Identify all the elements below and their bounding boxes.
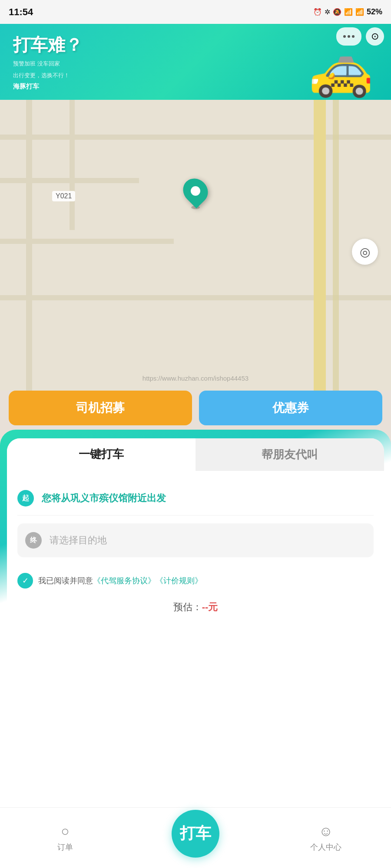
nav-profile[interactable]: ☺ 个人中心 xyxy=(261,823,391,852)
camera-button[interactable]: ⊙ xyxy=(366,27,384,46)
dest-placeholder: 请选择目的地 xyxy=(50,534,107,547)
origin-icon: 起 xyxy=(17,490,34,506)
ad-top-right-controls: ⊙ xyxy=(336,27,384,46)
pin-icon xyxy=(178,174,213,209)
road-v2 xyxy=(70,100,75,230)
taxi-illustration: 🚕 xyxy=(308,39,374,100)
ad-text-block: 打车难？ 预警加班 没车回家 出行变更，选换不行！ 海豚打车 xyxy=(13,33,83,91)
mute-icon: 🔕 xyxy=(333,8,341,16)
profile-icon: ☺ xyxy=(319,823,333,839)
form-area: 起 您将从巩义市殡仪馆附近出发 终 请选择目的地 xyxy=(7,471,384,557)
estimate-value: --元 xyxy=(202,602,218,612)
ad-subtitle2: 出行变更，选换不行！ xyxy=(13,71,83,80)
agreement-row[interactable]: ✓ 我已阅读并同意《代驾服务协议》《计价规则》 xyxy=(7,565,384,596)
ad-subtitle1: 预警加班 没车回家 xyxy=(13,59,83,69)
road-v3 xyxy=(333,100,339,391)
check-icon[interactable]: ✓ xyxy=(17,573,33,589)
road-h1 xyxy=(0,135,391,140)
map-area[interactable]: Y021 ◎ https://www.huzhan.com/ishop44453 xyxy=(0,100,391,391)
alarm-icon: ⏰ xyxy=(313,8,322,16)
road-h2 xyxy=(0,178,139,183)
pin-inner xyxy=(191,186,200,196)
road-h4 xyxy=(0,295,391,300)
road-label: Y021 xyxy=(52,191,75,201)
agreement-link1[interactable]: 《代驾服务协议》 xyxy=(93,576,156,585)
order-icon: ○ xyxy=(61,823,69,839)
origin-prefix: 您将从 xyxy=(42,493,70,503)
location-pin xyxy=(184,178,207,209)
signal-icon: 📶 xyxy=(344,8,353,16)
road-h3 xyxy=(0,239,174,244)
location-button[interactable]: ◎ xyxy=(352,239,378,265)
destination-row[interactable]: 终 请选择目的地 xyxy=(17,523,374,557)
dest-icon-label: 终 xyxy=(30,536,37,545)
status-bar: 11:54 ⏰ ✲ 🔕 📶 📶 52% xyxy=(0,0,391,24)
agreement-link2[interactable]: 《计价规则》 xyxy=(156,576,202,585)
dot3 xyxy=(352,35,355,38)
tab-friend[interactable]: 帮朋友代叫 xyxy=(196,438,384,471)
origin-text: 您将从巩义市殡仪馆附近出发 xyxy=(42,492,166,505)
agreement-prefix: 我已阅读并同意 xyxy=(38,576,93,585)
driver-recruit-button[interactable]: 司机招募 xyxy=(9,391,192,425)
estimate-row: 预估：--元 xyxy=(7,596,384,622)
ad-more-button[interactable] xyxy=(336,27,361,46)
battery-level: 52% xyxy=(367,7,382,16)
bottom-inner: 一键打车 帮朋友代叫 起 您将从巩义市殡仪馆附近出发 终 请选择目的地 xyxy=(7,438,384,829)
location-icon: ◎ xyxy=(360,245,370,259)
action-buttons-row: 司机招募 优惠券 xyxy=(0,391,391,425)
status-icons: ⏰ ✲ 🔕 📶 📶 52% xyxy=(313,7,382,16)
ad-title: 打车难？ xyxy=(13,33,83,57)
agreement-text: 我已阅读并同意《代驾服务协议》《计价规则》 xyxy=(38,575,202,586)
call-taxi-button[interactable]: 打车 xyxy=(172,810,219,858)
bluetooth-icon: ✲ xyxy=(325,8,330,16)
nav-center: 打车 xyxy=(130,810,261,866)
signal-icon2: 📶 xyxy=(355,8,364,16)
road-v1 xyxy=(26,100,32,391)
ad-banner[interactable]: 打车难？ 预警加班 没车回家 出行变更，选换不行！ 海豚打车 🚕 ⊙ xyxy=(0,24,391,100)
tabs: 一键打车 帮朋友代叫 xyxy=(7,438,384,471)
dot1 xyxy=(343,35,346,38)
dest-icon: 终 xyxy=(25,532,42,549)
coupon-button[interactable]: 优惠券 xyxy=(199,391,382,425)
status-time: 11:54 xyxy=(9,7,33,18)
origin-highlight: 巩义市殡仪馆附近 xyxy=(70,493,147,503)
tab-one-click[interactable]: 一键打车 xyxy=(7,438,196,471)
bottom-nav: ○ 订单 打车 ☺ 个人中心 xyxy=(0,807,391,868)
origin-suffix: 出发 xyxy=(147,493,166,503)
ad-brand: 海豚打车 xyxy=(13,82,83,91)
nav-order[interactable]: ○ 订单 xyxy=(0,823,130,852)
order-label: 订单 xyxy=(57,842,73,852)
dot2 xyxy=(348,35,350,38)
map-watermark: https://www.huzhan.com/ishop44453 xyxy=(142,375,249,382)
estimate-label: 预估： xyxy=(173,602,202,612)
profile-label: 个人中心 xyxy=(310,842,341,852)
main-road-v xyxy=(314,100,326,391)
origin-row[interactable]: 起 您将从巩义市殡仪馆附近出发 xyxy=(17,481,374,516)
bottom-panel: 一键打车 帮朋友代叫 起 您将从巩义市殡仪馆附近出发 终 请选择目的地 xyxy=(0,430,391,868)
origin-icon-label: 起 xyxy=(22,494,29,503)
